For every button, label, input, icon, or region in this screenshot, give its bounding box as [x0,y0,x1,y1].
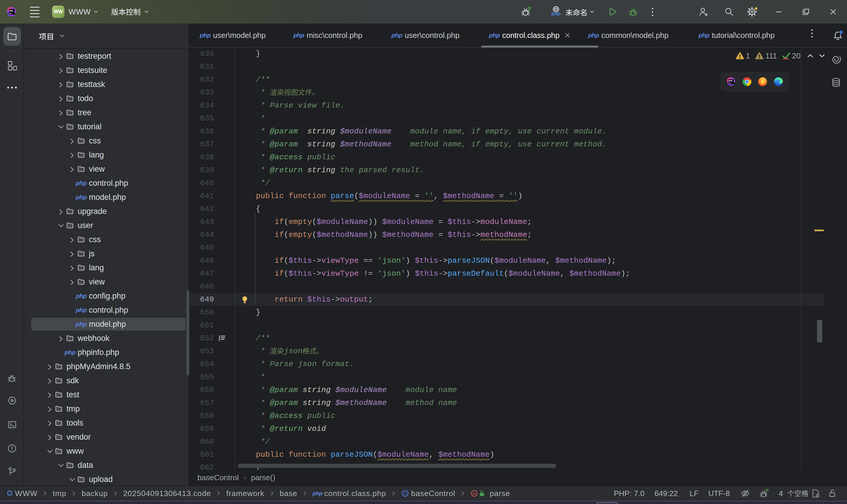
svg-text:C: C [404,491,407,496]
svg-text:m: m [473,492,476,496]
svg-text:php: php [551,11,561,16]
svg-text:PS: PS [729,79,732,82]
svg-text:PS: PS [10,9,13,12]
